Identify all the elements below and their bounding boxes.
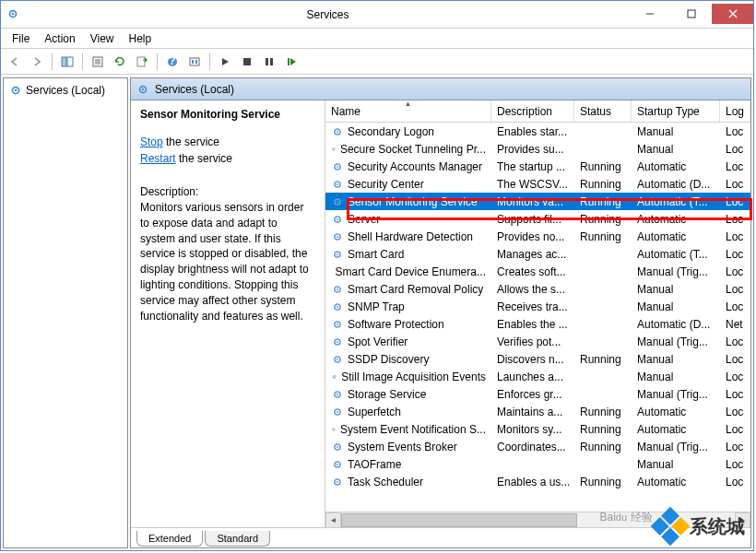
cell-logon: Loc [720, 143, 748, 156]
service-row[interactable]: SNMP TrapReceives tra...ManualLoc [325, 298, 750, 315]
service-row[interactable]: TAOFrameManualLoc [325, 455, 750, 473]
menu-action[interactable]: Action [37, 30, 82, 47]
cell-logon: Loc [720, 195, 748, 208]
properties-button[interactable] [88, 52, 108, 72]
col-startup[interactable]: Startup Type [632, 100, 720, 122]
service-row[interactable]: Security Accounts ManagerThe startup ...… [325, 158, 750, 175]
service-row[interactable]: System Event Notification S...Monitors s… [325, 420, 750, 438]
horizontal-scrollbar[interactable]: ◄ ► [325, 512, 750, 527]
svg-point-1 [12, 12, 15, 15]
svg-point-59 [337, 410, 338, 412]
service-row[interactable]: Storage ServiceEnforces gr...Manual (Tri… [325, 385, 750, 403]
menu-view[interactable]: View [83, 30, 122, 47]
svg-point-33 [337, 182, 338, 184]
cell-name: Sensor Monitoring Service [325, 195, 491, 208]
col-logon[interactable]: Log [720, 100, 750, 122]
cell-startup: Manual [632, 143, 720, 156]
service-row[interactable]: Security CenterThe WSCSV...RunningAutoma… [325, 175, 750, 193]
maximize-button[interactable] [670, 4, 712, 24]
cell-logon: Loc [720, 178, 748, 191]
close-button[interactable] [712, 4, 753, 24]
svg-rect-12 [137, 57, 145, 66]
col-description[interactable]: Description [491, 100, 574, 122]
tab-extended[interactable]: Extended [136, 531, 203, 547]
cell-desc: Launches a... [491, 371, 574, 383]
pause-service-button[interactable] [259, 52, 279, 72]
back-button[interactable] [5, 52, 25, 72]
toolbar-separator [82, 53, 83, 70]
stop-link[interactable]: Stop [140, 135, 163, 148]
cell-startup: Manual (Trig... [632, 335, 720, 348]
service-row[interactable]: Secure Socket Tunneling Pr...Provides su… [325, 140, 750, 158]
menu-help[interactable]: Help [122, 30, 159, 47]
svg-point-25 [142, 88, 145, 90]
gear-icon [331, 283, 344, 296]
cell-startup: Automatic (T... [632, 195, 720, 208]
svg-point-63 [337, 445, 338, 447]
toolbar-button[interactable] [184, 52, 205, 72]
service-row[interactable]: Spot VerifierVerifies pot...Manual (Trig… [325, 333, 750, 350]
detail-actions: Stop the service Restart the service [140, 134, 315, 167]
gear-icon [331, 371, 337, 383]
cell-startup: Automatic [632, 213, 720, 226]
restart-service-button[interactable] [281, 52, 301, 72]
service-row[interactable]: Shell Hardware DetectionProvides no...Ru… [325, 228, 750, 245]
cell-desc: Allows the s... [491, 283, 574, 296]
cell-status: Running [574, 406, 632, 418]
forward-button[interactable] [27, 52, 47, 72]
col-status[interactable]: Status [574, 100, 632, 122]
service-row[interactable]: SuperfetchMaintains a...RunningAutomatic… [325, 403, 750, 420]
hscroll-thumb[interactable] [341, 513, 577, 527]
cell-desc: Supports fil... [491, 213, 574, 226]
service-row[interactable]: Smart Card Device Enumera...Creates soft… [325, 263, 750, 280]
cell-logon: Loc [720, 248, 748, 261]
service-row[interactable]: Secondary LogonEnables star...ManualLoc [325, 123, 750, 140]
tab-standard[interactable]: Standard [205, 531, 270, 547]
service-row[interactable]: Smart Card Removal PolicyAllows the s...… [325, 280, 750, 298]
service-row[interactable]: ServerSupports fil...RunningAutomaticLoc [325, 210, 750, 228]
cell-logon: Loc [720, 458, 748, 471]
service-row[interactable]: Smart CardManages ac...Automatic (T...Lo… [325, 245, 750, 263]
gear-icon [331, 300, 344, 313]
detail-pane: Sensor Monitoring Service Stop the servi… [131, 100, 325, 527]
toolbar: ? [1, 49, 753, 75]
service-row[interactable]: System Events BrokerCoordinates...Runnin… [325, 438, 750, 455]
toolbar-separator [52, 53, 53, 70]
service-row[interactable]: SSDP DiscoveryDiscovers n...RunningManua… [325, 350, 750, 368]
svg-rect-19 [266, 58, 268, 65]
stop-service-button[interactable] [237, 52, 257, 72]
refresh-button[interactable] [110, 52, 130, 72]
help-button[interactable]: ? [162, 52, 183, 72]
pane-header: Services (Local) [131, 78, 750, 100]
gear-icon [331, 195, 344, 208]
service-row[interactable]: Software ProtectionEnables the ...Automa… [325, 315, 750, 333]
cell-logon: Loc [720, 388, 748, 401]
service-row[interactable]: Still Image Acquisition EventsLaunches a… [325, 368, 750, 385]
cell-status: Running [574, 423, 632, 436]
window-title: Services [27, 8, 629, 21]
svg-point-29 [333, 148, 334, 149]
restart-link[interactable]: Restart [140, 152, 176, 165]
svg-rect-20 [270, 58, 273, 65]
menu-file[interactable]: File [5, 30, 37, 47]
service-row[interactable]: Sensor Monitoring ServiceMonitors va...R… [325, 193, 750, 210]
stop-suffix: the service [163, 135, 219, 148]
col-name[interactable]: Name▲ [325, 100, 491, 122]
minimize-button[interactable] [629, 4, 670, 24]
hscroll-track[interactable] [341, 512, 735, 528]
hscroll-right[interactable]: ► [735, 512, 750, 528]
gear-icon [331, 335, 344, 348]
cell-logon: Loc [720, 160, 748, 173]
service-row[interactable]: Task SchedulerEnables a us...RunningAuto… [325, 473, 750, 490]
cell-desc: Monitors va... [491, 195, 574, 208]
svg-rect-16 [192, 60, 194, 64]
export-button[interactable] [132, 52, 152, 72]
list-rows[interactable]: Secondary LogonEnables star...ManualLocS… [325, 123, 750, 512]
cell-name: Software Protection [325, 318, 491, 331]
tree-root-item[interactable]: Services (Local) [7, 82, 124, 99]
cell-name: Storage Service [325, 388, 491, 401]
start-service-button[interactable] [215, 52, 235, 72]
gear-icon [331, 318, 344, 331]
show-hide-tree-button[interactable] [57, 52, 77, 72]
hscroll-left[interactable]: ◄ [325, 512, 341, 528]
